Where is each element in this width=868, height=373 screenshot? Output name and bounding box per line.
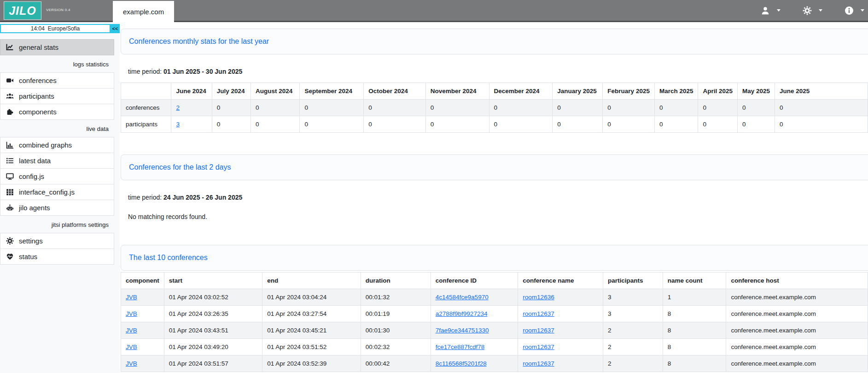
sidebar-section-label-jitsi-platforms-settings: jitsi platforms settings (0, 216, 114, 233)
conference-id-link[interactable]: 7fae9ce344751330 (436, 327, 489, 334)
cell-participants: 3 (603, 306, 663, 322)
cell-conference-id: 4c14584fce9a5970 (431, 289, 518, 306)
cell-conference-id: 7fae9ce344751330 (431, 322, 518, 339)
sidebar-item-settings[interactable]: settings (0, 233, 114, 249)
sidebar-item-jilo-agents[interactable]: jilo agents (0, 200, 114, 216)
column-header-end: end (262, 272, 361, 289)
sidebar-item-status[interactable]: status (0, 249, 114, 265)
cell-duration: 00:01:30 (361, 322, 431, 339)
cell-conference-name: room12637 (518, 306, 603, 322)
clock-display: 14:04 Europe/Sofia (0, 24, 111, 33)
monthly-value-cell: 0 (300, 100, 364, 116)
month-column-header: February 2025 (603, 83, 655, 100)
cell-participants: 3 (603, 289, 663, 306)
month-column-header: November 2024 (425, 83, 489, 100)
monthly-value-cell: 0 (603, 100, 655, 116)
sidebar-item-interface-config-js[interactable]: interface_config.js (0, 184, 114, 200)
cell-name-count: 8 (663, 355, 726, 372)
sidebar-item-components[interactable]: components (0, 104, 114, 120)
monthly-value-cell: 0 (775, 116, 868, 133)
robot-icon (6, 204, 14, 212)
sidebar-item-conferences[interactable]: conferences (0, 72, 114, 89)
sidebar-clock-bar: 14:04 Europe/Sofia << (0, 24, 120, 33)
conference-row: JVB01 Apr 2024 03:51:5701 Apr 2024 03:52… (121, 355, 868, 372)
cell-end: 01 Apr 2024 03:04:24 (262, 289, 361, 306)
info-menu[interactable] (845, 6, 864, 15)
cell-duration: 00:02:32 (361, 339, 431, 355)
user-menu[interactable] (761, 6, 781, 15)
sidebar-collapse-button[interactable]: << (111, 24, 120, 33)
month-column-header: June 2024 (171, 83, 212, 100)
conference-id-link[interactable]: a2788f9bf9927234 (436, 310, 488, 317)
monthly-table-row-conferences: conferences2000000000000 (121, 100, 868, 116)
conference-id-link[interactable]: fce17ce887fcdf78 (436, 343, 485, 350)
conference-name-link[interactable]: room12637 (523, 310, 554, 317)
cell-start: 01 Apr 2024 03:51:57 (164, 355, 262, 372)
conference-name-link[interactable]: room12636 (523, 294, 554, 301)
monthly-value-cell: 0 (489, 100, 553, 116)
cell-conference-host: conference.meet.example.com (726, 306, 868, 322)
cell-conference-id: a2788f9bf9927234 (431, 306, 518, 322)
video-camera-icon (6, 77, 14, 84)
cell-conference-host: conference.meet.example.com (726, 339, 868, 355)
panel-monthly-stats: Conferences monthly stats for the last y… (121, 29, 868, 133)
user-icon (761, 6, 770, 15)
monthly-value-cell: 0 (654, 100, 698, 116)
sidebar-item-label: status (19, 253, 37, 261)
sidebar-item-config-js[interactable]: config.js (0, 168, 114, 184)
column-header-conference-id: conference ID (431, 272, 518, 289)
monthly-value-cell: 0 (251, 116, 300, 133)
topbar: JILO VERSION 0.4 example.com (0, 0, 868, 22)
sidebar-item-latest-data[interactable]: latest data (0, 153, 114, 169)
monthly-value-cell: 0 (251, 100, 300, 116)
panel-last-10-conferences: The last 10 conferences componentstarten… (121, 245, 868, 372)
month-column-header: July 2024 (212, 83, 250, 100)
conference-id-link[interactable]: 8c116568f5201f28 (436, 360, 487, 367)
panel-title: The last 10 conferences (129, 254, 208, 261)
last10-table-header-row: componentstartenddurationconference IDco… (121, 272, 868, 289)
conference-name-link[interactable]: room12637 (523, 360, 554, 367)
cell-component: JVB (121, 339, 164, 355)
app-logo: JILO (4, 1, 41, 20)
cell-conference-name: room12636 (518, 289, 603, 306)
conference-name-link[interactable]: room12637 (523, 343, 554, 350)
monthly-table-row-participants: participants3000000000000 (121, 116, 868, 133)
column-header-participants: participants (603, 272, 663, 289)
participants-count-link[interactable]: 3 (176, 121, 180, 128)
conference-name-link[interactable]: room12637 (523, 327, 554, 334)
component-link[interactable]: JVB (126, 294, 137, 301)
settings-menu[interactable] (803, 6, 822, 15)
conferences-count-link[interactable]: 2 (176, 104, 180, 111)
sidebar-item-participants[interactable]: participants (0, 88, 114, 104)
cell-conference-host: conference.meet.example.com (726, 322, 868, 339)
chevron-down-icon (777, 9, 781, 12)
grid-icon (6, 188, 14, 196)
monthly-value-cell: 0 (654, 116, 698, 133)
tab-platform[interactable]: example.com (113, 1, 174, 22)
panel-header-monthly-stats: Conferences monthly stats for the last y… (121, 29, 868, 54)
sidebar-item-combined-graphs[interactable]: combined graphs (0, 137, 114, 153)
chevron-down-icon (861, 9, 864, 12)
sidebar-item-label: jilo agents (19, 204, 50, 212)
time-period-monthly: time period: 01 Jun 2025 - 30 Jun 2025 (121, 68, 868, 75)
monitor-icon (6, 172, 14, 180)
cell-start: 01 Apr 2024 03:43:51 (164, 322, 262, 339)
column-header-name-count: name count (663, 272, 726, 289)
gear-icon (6, 237, 14, 245)
monthly-value-cell: 0 (738, 116, 775, 133)
conference-row: JVB01 Apr 2024 03:02:5201 Apr 2024 03:04… (121, 289, 868, 306)
sidebar-item-general-stats[interactable]: general stats (0, 39, 114, 55)
component-link[interactable]: JVB (126, 360, 137, 367)
monthly-value-cell: 2 (171, 100, 212, 116)
conference-id-link[interactable]: 4c14584fce9a5970 (436, 294, 489, 301)
component-link[interactable]: JVB (126, 343, 137, 350)
cell-conference-name: room12637 (518, 339, 603, 355)
time-period-value: 24 Jun 2025 - 26 Jun 2025 (163, 194, 242, 201)
component-link[interactable]: JVB (126, 310, 137, 317)
chevron-down-icon (819, 9, 822, 12)
heart-pulse-icon (6, 253, 14, 261)
component-link[interactable]: JVB (126, 327, 137, 334)
cell-start: 01 Apr 2024 03:49:20 (164, 339, 262, 355)
sidebar-item-label: interface_config.js (19, 188, 75, 196)
panel-last-2-days: Conferences for the last 2 days time per… (121, 154, 868, 220)
